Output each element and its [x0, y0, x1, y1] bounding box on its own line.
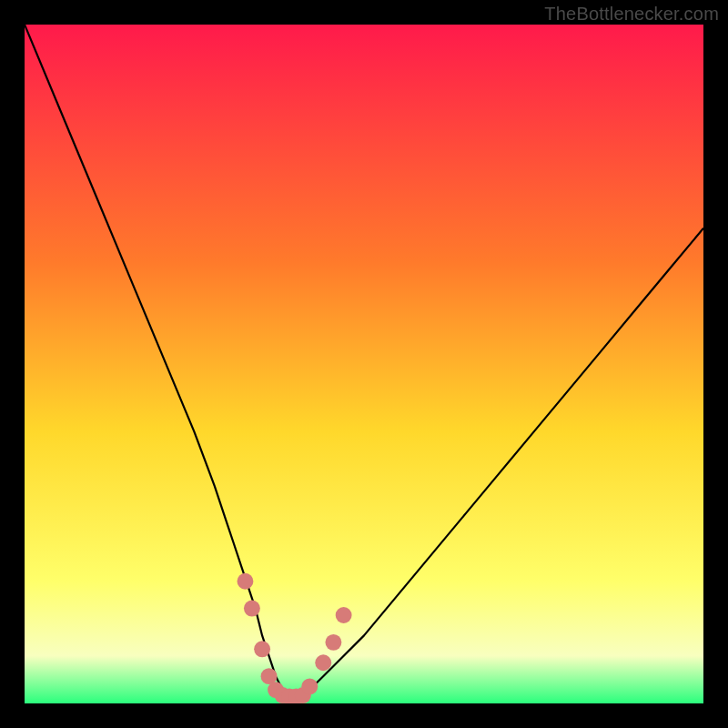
curve-marker: [325, 634, 341, 651]
curve-marker: [254, 641, 270, 657]
curve-marker: [336, 607, 352, 623]
curve-marker: [315, 654, 331, 671]
curve-markers: [25, 25, 703, 703]
plot-area: [25, 25, 703, 703]
curve-marker: [301, 678, 318, 694]
curve-marker: [238, 573, 254, 590]
watermark-text: TheBottlenecker.com: [544, 4, 719, 25]
curve-marker: [244, 601, 260, 617]
chart-frame: TheBottlenecker.com: [0, 0, 728, 728]
